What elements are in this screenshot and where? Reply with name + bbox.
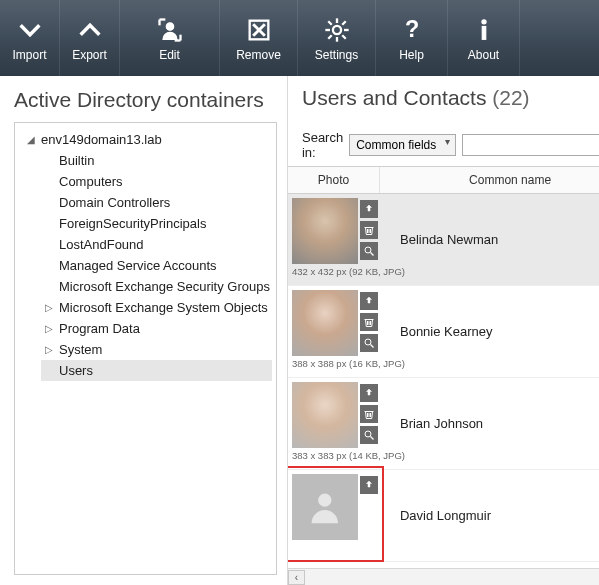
export-button[interactable]: Export [60,0,120,76]
settings-button[interactable]: Settings [298,0,376,76]
svg-line-27 [370,345,373,348]
cell-photo: 388 x 388 px (16 KB, JPG) [288,286,380,377]
svg-point-20 [365,247,371,253]
cell-common-name: Belinda Newman [380,194,599,285]
about-button[interactable]: About [448,0,520,76]
tree-item[interactable]: Microsoft Exchange Security Groups [41,276,272,297]
tree-item[interactable]: Builtin [41,150,272,171]
import-button[interactable]: Import [0,0,60,76]
help-icon: ? [398,16,426,44]
right-pane: Users and Contacts (22) Search in: Commo… [288,76,599,585]
search-field-select[interactable]: Common fields [349,134,456,156]
table-row[interactable]: 383 x 383 px (14 KB, JPG)Brian Johnson [288,378,599,470]
upload-photo-icon[interactable] [360,476,378,494]
tree-item[interactable]: ForeignSecurityPrincipals [41,213,272,234]
tree-item[interactable]: Domain Controllers [41,192,272,213]
right-title: Users and Contacts (22) [302,86,599,110]
tree-item[interactable]: Users [41,360,272,381]
tree-item-label: Users [59,363,93,378]
user-photo[interactable] [292,290,358,356]
col-photo[interactable]: Photo [288,167,380,193]
edit-label: Edit [159,48,180,62]
cell-common-name: Brian Johnson [380,378,599,469]
horizontal-scrollbar[interactable]: ‹ [288,568,599,585]
table-header: Photo Common name [288,166,599,194]
svg-rect-15 [482,27,486,40]
cell-common-name: Bonnie Kearney [380,286,599,377]
zoom-photo-icon[interactable] [360,242,378,260]
table-row[interactable]: 388 x 388 px (16 KB, JPG)Bonnie Kearney [288,286,599,378]
tree-root[interactable]: ◢ env149domain13.lab [23,129,272,150]
remove-button[interactable]: Remove [220,0,298,76]
svg-line-11 [342,21,346,25]
tree-expander-icon[interactable]: ▷ [43,344,55,355]
col-common-name[interactable]: Common name [380,167,599,193]
help-button[interactable]: ? Help [376,0,448,76]
tree-item[interactable]: Managed Service Accounts [41,255,272,276]
svg-line-12 [328,35,332,39]
user-photo[interactable] [292,382,358,448]
import-label: Import [12,48,46,62]
delete-photo-icon[interactable] [360,221,378,239]
delete-photo-icon[interactable] [360,313,378,331]
info-icon [470,16,498,44]
settings-label: Settings [315,48,358,62]
zoom-photo-icon[interactable] [360,426,378,444]
tree-expander-icon[interactable]: ▷ [43,323,55,334]
tree[interactable]: ◢ env149domain13.lab BuiltinComputersDom… [14,122,277,575]
about-label: About [468,48,499,62]
remove-label: Remove [236,48,281,62]
edit-person-icon [156,16,184,44]
tree-item-label: LostAndFound [59,237,144,252]
tree-item-label: System [59,342,102,357]
photo-meta: 388 x 388 px (16 KB, JPG) [288,356,405,369]
export-icon [76,16,104,44]
right-count: (22) [492,86,529,109]
help-label: Help [399,48,424,62]
cell-photo: 432 x 432 px (92 KB, JPG) [288,194,380,285]
svg-point-26 [365,339,371,345]
upload-photo-icon[interactable] [360,384,378,402]
svg-point-4 [332,26,340,34]
main-toolbar: Import Export Edit Remove Settings ? Hel… [0,0,599,76]
tree-item-label: Microsoft Exchange System Objects [59,300,268,315]
photo-meta: 383 x 383 px (14 KB, JPG) [288,448,405,461]
svg-line-10 [342,35,346,39]
tree-item-label: Microsoft Exchange Security Groups [59,279,270,294]
export-label: Export [72,48,107,62]
user-photo-placeholder[interactable] [292,474,358,540]
search-row: Search in: Common fields [288,126,599,166]
tree-item[interactable]: LostAndFound [41,234,272,255]
table-body: 432 x 432 px (92 KB, JPG)Belinda Newman3… [288,194,599,568]
tree-item-label: Program Data [59,321,140,336]
tree-expander-icon[interactable]: ▷ [43,302,55,313]
table-row[interactable]: 432 x 432 px (92 KB, JPG)Belinda Newman [288,194,599,286]
svg-line-33 [370,437,373,440]
svg-line-9 [328,21,332,25]
tree-item-label: Managed Service Accounts [59,258,217,273]
left-title: Active Directory containers [14,88,277,112]
tree-item-label: Domain Controllers [59,195,170,210]
tree-item[interactable]: Computers [41,171,272,192]
upload-photo-icon[interactable] [360,200,378,218]
svg-line-21 [370,253,373,256]
tree-item-label: ForeignSecurityPrincipals [59,216,206,231]
edit-button[interactable]: Edit [120,0,220,76]
upload-photo-icon[interactable] [360,292,378,310]
table-row[interactable]: David Longmuir [288,470,599,562]
svg-point-34 [318,494,331,507]
zoom-photo-icon[interactable] [360,334,378,352]
tree-collapse-icon[interactable]: ◢ [25,134,37,145]
search-input[interactable] [462,134,599,156]
delete-photo-icon[interactable] [360,405,378,423]
cell-photo: 383 x 383 px (14 KB, JPG) [288,378,380,469]
tree-item[interactable]: ▷Program Data [41,318,272,339]
cell-common-name: David Longmuir [380,470,599,561]
svg-text:?: ? [404,16,418,42]
scroll-left-icon[interactable]: ‹ [288,570,305,585]
remove-icon [245,16,273,44]
tree-item[interactable]: ▷System [41,339,272,360]
svg-point-14 [481,20,485,24]
user-photo[interactable] [292,198,358,264]
tree-item[interactable]: ▷Microsoft Exchange System Objects [41,297,272,318]
